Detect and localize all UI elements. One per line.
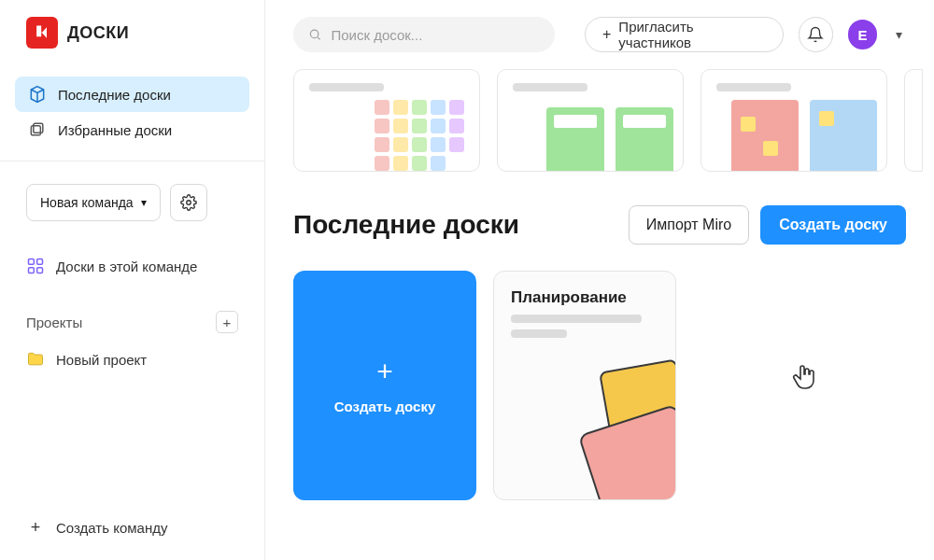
plus-icon: +	[26, 518, 45, 538]
create-team-button[interactable]: + Создать команду	[0, 518, 264, 560]
project-label: Новый проект	[56, 352, 147, 368]
notifications-button[interactable]	[799, 17, 833, 52]
team-settings-button[interactable]	[170, 184, 207, 221]
create-team-label: Создать команду	[56, 520, 167, 536]
sidebar-item-team-boards[interactable]: Доски в этой команде	[0, 247, 264, 285]
sidebar-item-recent-boards[interactable]: Последние доски	[15, 77, 249, 112]
template-card[interactable]	[497, 69, 684, 172]
plus-icon: +	[602, 26, 611, 43]
gear-icon	[180, 194, 197, 211]
board-card[interactable]: Планирование	[493, 271, 676, 500]
sidebar: ДОСКИ Последние доски Избранные доски Но…	[0, 0, 265, 560]
avatar[interactable]: E	[848, 20, 877, 49]
brand: ДОСКИ	[0, 17, 264, 71]
create-board-tile-label: Создать доску	[334, 399, 436, 414]
sidebar-item-label: Последние доски	[58, 87, 171, 103]
folder-icon	[26, 350, 45, 369]
svg-rect-5	[29, 268, 35, 273]
plus-icon: +	[376, 357, 393, 385]
team-select-label: Новая команда	[40, 195, 134, 210]
template-strip	[265, 69, 934, 172]
search-icon	[308, 27, 321, 42]
invite-button[interactable]: + Пригласить участников	[585, 17, 784, 52]
sidebar-item-project[interactable]: Новый проект	[0, 341, 264, 378]
svg-rect-0	[34, 123, 43, 133]
svg-point-2	[186, 201, 191, 205]
template-card[interactable]	[293, 69, 480, 172]
section-header: Последние доски Импорт Miro Создать доск…	[265, 172, 934, 245]
cube-icon	[28, 85, 47, 104]
team-selector-row: Новая команда ▾	[0, 161, 264, 221]
template-card[interactable]	[904, 69, 923, 172]
create-board-tile[interactable]: + Создать доску	[293, 271, 476, 500]
stack-icon	[28, 120, 47, 139]
grid-icon	[26, 257, 45, 275]
projects-heading: Проекты	[26, 315, 82, 330]
import-miro-button[interactable]: Импорт Miro	[629, 205, 750, 245]
svg-rect-3	[29, 259, 35, 265]
svg-rect-1	[31, 126, 40, 135]
chevron-down-icon: ▾	[141, 196, 147, 209]
sidebar-item-label: Избранные доски	[58, 122, 172, 138]
svg-rect-4	[37, 259, 43, 265]
team-select[interactable]: Новая команда ▾	[26, 184, 161, 221]
svg-point-7	[310, 30, 318, 37]
primary-nav: Последние доски Избранные доски	[0, 71, 264, 161]
brand-title: ДОСКИ	[67, 23, 129, 43]
invite-label: Пригласить участников	[618, 19, 765, 50]
sidebar-item-favorite-boards[interactable]: Избранные доски	[15, 112, 249, 147]
board-title: Планирование	[511, 288, 627, 307]
create-board-button[interactable]: Создать доску	[760, 205, 906, 245]
template-card[interactable]	[700, 69, 887, 172]
main: + Пригласить участников E ▾	[265, 0, 934, 560]
brand-logo-icon	[26, 17, 58, 49]
projects-heading-row: Проекты +	[0, 311, 264, 333]
account-menu-chevron[interactable]: ▾	[892, 27, 906, 42]
section-title: Последние доски	[293, 210, 617, 240]
search-input[interactable]	[331, 27, 540, 43]
bell-icon	[807, 26, 824, 43]
boards-grid: + Создать доску Планирование	[265, 245, 934, 500]
sidebar-item-label: Доски в этой команде	[56, 259, 197, 274]
topbar: + Пригласить участников E ▾	[265, 17, 934, 63]
add-project-button[interactable]: +	[216, 311, 238, 333]
search-field[interactable]	[293, 17, 555, 52]
svg-rect-6	[37, 268, 43, 273]
